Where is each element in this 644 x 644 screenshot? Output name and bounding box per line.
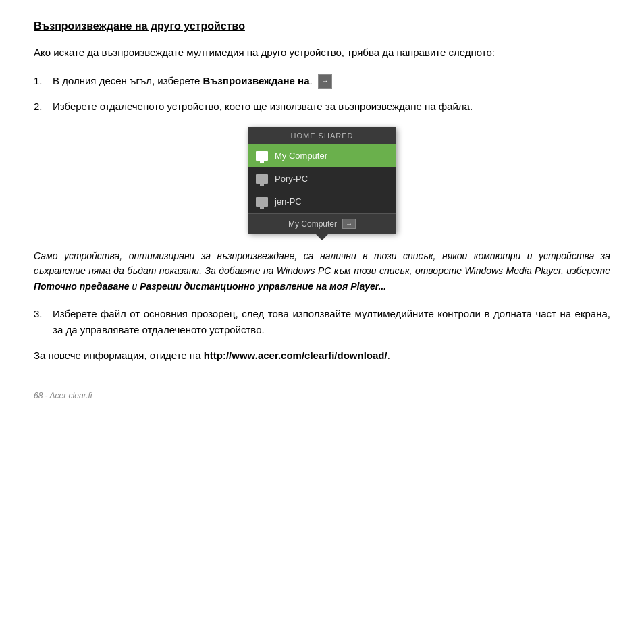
italic-bold-2: Разреши дистанционно управление на моя P… xyxy=(140,281,386,292)
step-3-number: 3. xyxy=(34,306,53,322)
step-2: 2. Изберете отдалеченото устройство, кое… xyxy=(34,99,610,115)
device-picker-footer: My Computer → xyxy=(248,213,396,234)
step-3-content: Изберете файл от основния прозорец, след… xyxy=(53,306,610,338)
device-label-pory-pc: Pory-PC xyxy=(275,173,308,184)
footer-text-after: . xyxy=(387,350,390,361)
page-title: Възпроизвеждане на друго устройство xyxy=(34,20,610,32)
device-picker[interactable]: HOME SHARED My Computer Pory-PC jen-PC M… xyxy=(248,127,396,234)
play-to-icon: → xyxy=(318,74,332,89)
device-label-my-computer: My Computer xyxy=(275,151,327,161)
device-picker-list: My Computer Pory-PC jen-PC xyxy=(248,144,396,213)
italic-bold-1: Поточно предаване xyxy=(34,281,130,292)
italic-note: Само устройства, оптимизирани за възпрои… xyxy=(34,248,610,294)
device-picker-header: HOME SHARED xyxy=(248,127,396,144)
step-1-bold: Възпроизвеждане на xyxy=(203,75,310,86)
steps-list-2: 3. Изберете файл от основния прозорец, с… xyxy=(34,306,610,338)
monitor-icon-1 xyxy=(256,151,268,161)
footer-text-before: За повече информация, отидете на xyxy=(34,350,204,361)
step-2-number: 2. xyxy=(34,99,53,115)
italic-mid: и xyxy=(130,281,140,292)
footer-note: За повече информация, отидете на http://… xyxy=(34,348,610,364)
monitor-icon-3 xyxy=(256,197,268,207)
steps-list: 1. В долния десен ъгъл, изберете Възпрои… xyxy=(34,73,610,115)
monitor-icon-2 xyxy=(256,174,268,184)
device-picker-wrapper: HOME SHARED My Computer Pory-PC jen-PC M… xyxy=(34,127,610,234)
step-1-number: 1. xyxy=(34,73,53,89)
footer-link[interactable]: http://www.acer.com/clearfi/download/ xyxy=(204,350,387,361)
step-1-text-before: В долния десен ъгъл, изберете xyxy=(53,75,203,86)
step-2-content: Изберете отдалеченото устройство, което … xyxy=(53,99,610,115)
device-label-jen-pc: jen-PC xyxy=(275,196,302,207)
device-item-jen-pc[interactable]: jen-PC xyxy=(248,190,396,213)
italic-note-text: Само устройства, оптимизирани за възпрои… xyxy=(34,250,610,276)
intro-paragraph: Ако искате да възпроизвеждате мултимедия… xyxy=(34,45,610,61)
footer-play-to-icon: → xyxy=(342,219,356,229)
device-item-pory-pc[interactable]: Pory-PC xyxy=(248,167,396,190)
footer-selected-label: My Computer xyxy=(288,219,337,229)
page-footer: 68 - Acer clear.fi xyxy=(34,391,610,400)
step-1: 1. В долния десен ъгъл, изберете Възпрои… xyxy=(34,73,610,89)
device-item-my-computer[interactable]: My Computer xyxy=(248,144,396,167)
step-1-text-after: . xyxy=(310,75,313,86)
step-3: 3. Изберете файл от основния прозорец, с… xyxy=(34,306,610,338)
step-1-content: В долния десен ъгъл, изберете Възпроизве… xyxy=(53,73,610,89)
